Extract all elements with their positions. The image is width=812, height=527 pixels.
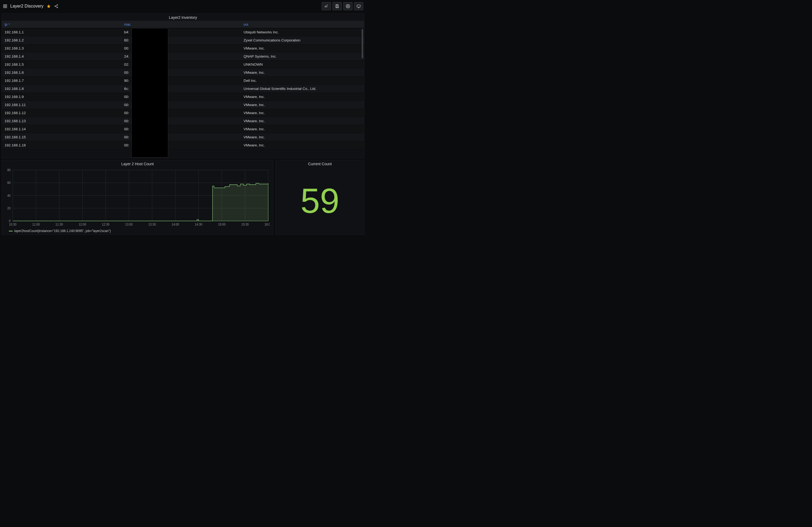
svg-text:60: 60 xyxy=(7,181,11,185)
chart-legend[interactable]: layer2hostCount{instance="192.168.1.240:… xyxy=(2,228,273,234)
table-row[interactable]: 192.168.1.600:VMware, Inc. xyxy=(2,69,364,77)
table-row[interactable]: 192.168.1.86c:Universal Global Scientifi… xyxy=(2,85,364,93)
table-row[interactable]: 192.168.1.1400:VMware, Inc. xyxy=(2,125,364,133)
cell-mac: 00: xyxy=(121,93,241,101)
cell-mac: 6c: xyxy=(121,85,241,93)
cell-oui: UNKNOWN xyxy=(241,60,364,69)
svg-text:14:30: 14:30 xyxy=(195,223,202,226)
cell-oui: VMware, Inc. xyxy=(241,44,364,53)
svg-text:10:30: 10:30 xyxy=(9,223,16,226)
cell-mac: 00: xyxy=(121,109,241,117)
svg-text:12:30: 12:30 xyxy=(102,223,110,226)
cell-ip: 192.168.1.15 xyxy=(2,133,121,141)
svg-point-9 xyxy=(347,6,348,7)
dashboard-grid-icon[interactable] xyxy=(3,4,8,9)
cell-ip: 192.168.1.5 xyxy=(2,60,121,69)
cell-mac: 02: xyxy=(121,60,241,69)
svg-text:12:00: 12:00 xyxy=(78,223,86,226)
save-dashboard-button[interactable] xyxy=(333,2,342,10)
svg-rect-1 xyxy=(5,4,7,6)
cell-oui: Universal Global Scientific Industrial C… xyxy=(241,85,364,93)
current-count-value-wrap: 59 xyxy=(301,167,339,234)
current-count-panel: Current Count 59 xyxy=(276,160,364,235)
svg-text:20: 20 xyxy=(7,206,11,210)
col-header-ip[interactable]: ip^ xyxy=(2,21,121,28)
cell-mac: 24: xyxy=(121,53,241,60)
legend-series-label: layer2hostCount{instance="192.168.1.240:… xyxy=(14,229,111,233)
svg-rect-2 xyxy=(3,6,5,8)
table-row[interactable]: 192.168.1.300:VMware, Inc. xyxy=(2,44,364,53)
svg-point-6 xyxy=(57,7,58,8)
table-row[interactable]: 192.168.1.790:Dell Inc. xyxy=(2,77,364,85)
table-row[interactable]: 192.168.1.502:UNKNOWN xyxy=(2,60,364,69)
svg-text:13:00: 13:00 xyxy=(125,223,133,226)
cell-mac: 00: xyxy=(121,117,241,125)
table-row[interactable]: 192.168.1.1300:VMware, Inc. xyxy=(2,117,364,125)
svg-text:80: 80 xyxy=(7,168,11,172)
cell-oui: VMware, Inc. xyxy=(241,133,364,141)
tv-mode-button[interactable] xyxy=(354,2,363,10)
cell-oui: VMware, Inc. xyxy=(241,109,364,117)
inventory-title: Layer2 Inventory xyxy=(2,14,364,21)
cell-ip: 192.168.1.4 xyxy=(2,53,121,60)
cell-oui: QNAP Systems, Inc. xyxy=(241,53,364,60)
cell-oui: Dell Inc. xyxy=(241,77,364,85)
cell-oui: VMware, Inc. xyxy=(241,69,364,77)
cell-ip: 192.168.1.11 xyxy=(2,101,121,109)
cell-ip: 192.168.1.6 xyxy=(2,69,121,77)
topbar: Layer2 Discovery xyxy=(0,0,366,12)
svg-text:15:00: 15:00 xyxy=(218,223,226,226)
svg-text:15:30: 15:30 xyxy=(241,223,249,226)
legend-swatch-icon xyxy=(9,231,13,231)
cell-oui: VMware, Inc. xyxy=(241,125,364,133)
col-header-oui[interactable]: oui xyxy=(241,21,364,28)
svg-rect-0 xyxy=(3,4,5,6)
hostcount-chart-body[interactable]: 02040608010:3011:0011:3012:0012:3013:001… xyxy=(2,167,273,228)
add-panel-button[interactable] xyxy=(322,2,331,10)
table-row[interactable]: 192.168.1.1100:VMware, Inc. xyxy=(2,101,364,109)
table-row[interactable]: 192.168.1.1200:VMware, Inc. xyxy=(2,109,364,117)
table-scrollbar[interactable] xyxy=(362,29,363,83)
cell-mac: 90: xyxy=(121,77,241,85)
current-count-title: Current Count xyxy=(308,160,332,167)
cell-oui: Ubiquiti Networks Inc. xyxy=(241,28,364,36)
dashboard-title[interactable]: Layer2 Discovery xyxy=(10,4,44,9)
table-row[interactable]: 192.168.1.1800:VMware, Inc. xyxy=(2,141,364,149)
table-row[interactable]: 192.168.1.260:Zyxel Communications Corpo… xyxy=(2,36,364,44)
cell-ip: 192.168.1.14 xyxy=(2,125,121,133)
svg-text:16:00: 16:00 xyxy=(264,223,270,226)
svg-rect-10 xyxy=(357,5,360,7)
cell-ip: 192.168.1.1 xyxy=(2,28,121,36)
cell-mac: b4: xyxy=(121,28,241,36)
cell-mac: 60: xyxy=(121,36,241,44)
svg-point-4 xyxy=(57,4,58,5)
cell-ip: 192.168.1.12 xyxy=(2,109,121,117)
settings-button[interactable] xyxy=(343,2,352,10)
svg-text:11:30: 11:30 xyxy=(55,223,63,226)
cell-oui: VMware, Inc. xyxy=(241,93,364,101)
topbar-right xyxy=(322,2,363,10)
cell-mac: 00: xyxy=(121,125,241,133)
cell-mac: 00: xyxy=(121,101,241,109)
current-count-value: 59 xyxy=(301,183,339,218)
share-icon[interactable] xyxy=(54,4,59,9)
hostcount-chart-panel: Layer 2 Host Count 02040608010:3011:0011… xyxy=(2,160,273,235)
cell-ip: 192.168.1.7 xyxy=(2,77,121,85)
table-row[interactable]: 192.168.1.1b4:Ubiquiti Networks Inc. xyxy=(2,28,364,36)
svg-point-5 xyxy=(55,6,55,6)
hostcount-chart-title: Layer 2 Host Count xyxy=(2,160,273,167)
svg-rect-3 xyxy=(5,6,7,8)
cell-oui: Zyxel Communications Corporation xyxy=(241,36,364,44)
svg-text:13:30: 13:30 xyxy=(148,223,156,226)
svg-text:0: 0 xyxy=(9,219,11,223)
table-row[interactable]: 192.168.1.424:QNAP Systems, Inc. xyxy=(2,53,364,60)
table-row[interactable]: 192.168.1.900:VMware, Inc. xyxy=(2,93,364,101)
cell-mac: 00: xyxy=(121,44,241,53)
table-row[interactable]: 192.168.1.1500:VMware, Inc. xyxy=(2,133,364,141)
cell-ip: 192.168.1.2 xyxy=(2,36,121,44)
star-icon[interactable] xyxy=(46,4,51,9)
col-header-mac[interactable]: mac xyxy=(121,21,241,28)
cell-ip: 192.168.1.13 xyxy=(2,117,121,125)
cell-oui: VMware, Inc. xyxy=(241,117,364,125)
cell-ip: 192.168.1.9 xyxy=(2,93,121,101)
